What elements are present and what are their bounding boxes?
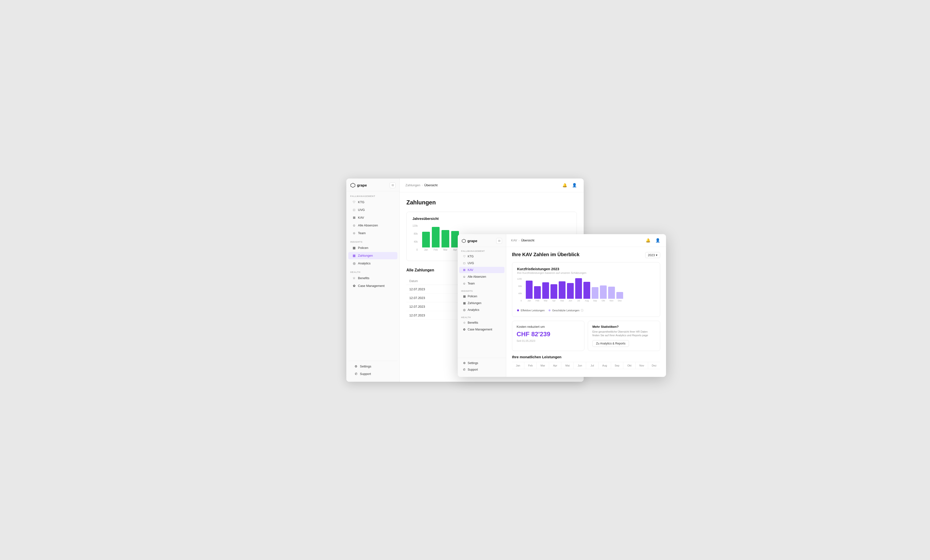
kav-bar-feb-group: Feb xyxy=(534,286,541,302)
sidebar-item-alle-absenzen[interactable]: ☺ Alle Absenzen xyxy=(348,222,397,229)
overlay-breadcrumb-current: Übersicht xyxy=(521,238,534,242)
sidebar-item-kav[interactable]: ⊠ KAV xyxy=(348,214,397,221)
ov-item-analytics[interactable]: ◎ Analytics xyxy=(459,307,505,313)
sidebar-collapse-button[interactable]: ⊟ xyxy=(390,183,396,188)
case-icon: ✿ xyxy=(463,328,466,331)
chf-since: Seit 01.05.2023 xyxy=(517,339,580,342)
overlay-logo[interactable]: grape xyxy=(462,239,477,243)
overlay-main: KAV › Übersicht 🔔 👤 Ihre KAV Zahlen im Ü… xyxy=(506,234,666,377)
kav-bar-okt-label: Okt xyxy=(602,299,605,302)
monthly-col-feb: Feb xyxy=(524,362,537,369)
settings-icon: ⚙ xyxy=(354,365,358,368)
year-selector-button[interactable]: 2023 ▾ xyxy=(645,252,660,258)
payment-icon: ▦ xyxy=(352,254,356,258)
monthly-col-aug: Aug xyxy=(599,362,611,369)
bar-feb-label: Feb xyxy=(434,249,437,251)
ov-item-kav[interactable]: ⊠ KAV xyxy=(459,267,505,273)
kav-bar-dez-label: Dez xyxy=(618,299,622,302)
kav-bar-dez-group: Dez xyxy=(616,292,623,302)
ov-item-label: Settings xyxy=(468,361,478,365)
kav-bar-jan-label: Jan xyxy=(528,299,531,302)
ov-item-ktg[interactable]: ♡ KTG xyxy=(459,253,505,259)
chevron-down-icon: ▾ xyxy=(656,253,657,257)
sidebar-item-case-management[interactable]: ✿ Case Management xyxy=(348,282,397,290)
overlay-breadcrumb: KAV › Übersicht xyxy=(511,238,534,242)
monthly-grid: Jan Feb Mar Apr Mai Jun Jul Aug Sep Okt … xyxy=(512,362,660,369)
logo[interactable]: grape xyxy=(350,183,367,188)
ov-sidebar-bottom: ⚙ Settings ✆ Support xyxy=(458,356,506,373)
kav-bar-jan-group: Jan xyxy=(526,281,533,302)
sidebar-item-benefits[interactable]: ☆ Benefits xyxy=(348,275,397,282)
monthly-col-apr: Apr xyxy=(549,362,561,369)
ov-item-zahlungen[interactable]: ▦ Zahlungen xyxy=(459,300,505,306)
sidebar-item-team[interactable]: ☺ Team xyxy=(348,230,397,237)
sidebar-item-settings[interactable]: ⚙ Settings xyxy=(350,363,396,370)
sidebar-item-policen[interactable]: ▦ Policen xyxy=(348,244,397,252)
overlay-user-icon[interactable]: 👤 xyxy=(654,237,661,244)
notification-icon[interactable]: 🔔 xyxy=(561,182,568,189)
main-topbar: Zahlungen › Übersicht 🔔 👤 xyxy=(400,178,584,192)
sidebar-item-zahlungen[interactable]: ▦ Zahlungen xyxy=(348,252,397,259)
bar-mar-label: Mar xyxy=(443,249,447,251)
page-title: Zahlungen xyxy=(406,199,577,206)
kurzfrist-subtitle: Ihre Kurzfristleistungen basieren auf un… xyxy=(517,272,655,274)
people-icon: ☺ xyxy=(463,282,466,285)
sidebar-item-analytics[interactable]: ◎ Analytics xyxy=(348,260,397,267)
bar-jan-rect xyxy=(422,232,430,247)
sidebar-item-label: Settings xyxy=(360,365,371,368)
bar-feb: Feb xyxy=(432,227,440,251)
square-icon: □ xyxy=(463,261,466,265)
kav-bar-sep-label: Sep xyxy=(593,299,597,302)
heart-icon: ♡ xyxy=(463,255,466,258)
kosten-title: Kosten reduziert um xyxy=(517,325,580,328)
monthly-col-mai: Mai xyxy=(561,362,574,369)
breadcrumb: Zahlungen › Übersicht xyxy=(405,183,437,187)
topbar-actions: 🔔 👤 xyxy=(561,182,578,189)
ov-item-label: Alle Absenzen xyxy=(468,275,486,278)
ov-item-benefits[interactable]: ☆ Benefits xyxy=(459,319,505,326)
kav-bar-jun-label: Jun xyxy=(569,299,572,302)
sidebar-item-label: Case Management xyxy=(358,284,385,288)
estimated-dot xyxy=(548,309,551,311)
cell-datum: 12.07.2023 xyxy=(406,302,465,311)
bar-mar-rect xyxy=(442,230,449,247)
cell-datum: 12.07.2023 xyxy=(406,285,465,293)
ov-item-uvg[interactable]: □ UVG xyxy=(459,260,505,266)
star-icon: ☆ xyxy=(463,321,466,324)
ov-item-alle-absenzen[interactable]: ☺ Alle Absenzen xyxy=(459,274,505,280)
analytics-reports-button[interactable]: Zu Analytics & Reports xyxy=(593,340,629,347)
ov-item-support[interactable]: ✆ Support xyxy=(459,367,505,373)
kav-bar-mar-label: Mar xyxy=(544,299,548,302)
monthly-col-okt: Okt xyxy=(624,362,636,369)
info-icon: ⓘ xyxy=(581,309,584,312)
ov-health-label: HEALTH xyxy=(458,313,506,319)
kav-bar-jul-label: Jul xyxy=(577,299,580,302)
kav-bar-aug-label: Aug xyxy=(585,299,589,302)
ov-item-case-management[interactable]: ✿ Case Management xyxy=(459,326,505,333)
ov-item-team[interactable]: ☺ Team xyxy=(459,280,505,287)
kav-bar-mar-group: Mar xyxy=(542,282,549,302)
sidebar-item-uvg[interactable]: □ UVG xyxy=(348,206,397,213)
star-icon: ☆ xyxy=(352,276,356,280)
kosten-card: Kosten reduziert um CHF 82'239 Seit 01.0… xyxy=(512,321,584,351)
ov-item-settings[interactable]: ⚙ Settings xyxy=(459,360,505,366)
overlay-sidebar-collapse-button[interactable]: ⊟ xyxy=(496,238,502,244)
bar-jan: Jan xyxy=(422,232,430,251)
sidebar-header: grape ⊟ xyxy=(346,178,399,191)
sidebar-item-ktg[interactable]: ♡ KTG xyxy=(348,199,397,206)
kav-bar-nov xyxy=(608,287,615,299)
analytics-icon: ◎ xyxy=(352,261,356,265)
ov-item-policen[interactable]: ▦ Policen xyxy=(459,293,505,299)
person-icon: ☺ xyxy=(352,224,356,227)
mehr-stats-desc: Eine gesamtheitliche Übersicht Ihrer HR … xyxy=(593,330,656,338)
svg-marker-0 xyxy=(351,183,355,187)
overlay-notification-icon[interactable]: 🔔 xyxy=(645,237,651,244)
svg-marker-1 xyxy=(462,239,466,242)
sidebar-item-support[interactable]: ✆ Support xyxy=(350,370,396,377)
breadcrumb-separator: › xyxy=(519,238,519,242)
user-icon[interactable]: 👤 xyxy=(571,182,578,189)
kav-bar-apr xyxy=(551,284,557,299)
ov-item-label: Analytics xyxy=(468,308,479,311)
kav-header: Ihre KAV Zahlen im Überblick 2023 ▾ xyxy=(512,252,660,258)
bar-jan-label: Jan xyxy=(424,249,428,251)
